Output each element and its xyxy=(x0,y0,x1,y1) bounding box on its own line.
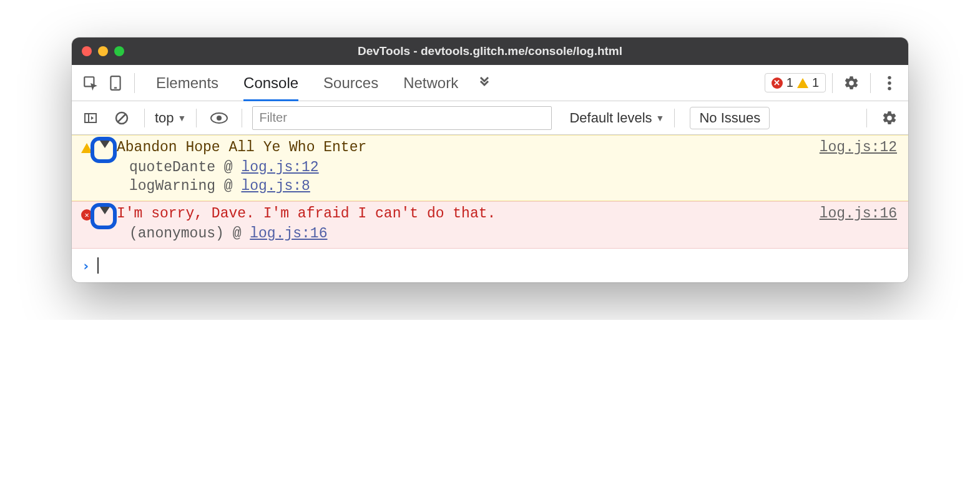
highlight-ring xyxy=(91,137,117,163)
log-levels-selector[interactable]: Default levels ▼ xyxy=(569,110,664,126)
filter-input[interactable] xyxy=(252,106,552,130)
toggle-sidebar-icon[interactable] xyxy=(78,106,103,131)
warning-badge-icon xyxy=(797,78,808,88)
stack-link[interactable]: log.js:16 xyxy=(250,226,327,242)
context-label: top xyxy=(155,110,174,126)
maximize-window-button[interactable] xyxy=(114,46,124,56)
svg-point-3 xyxy=(888,76,891,79)
expand-toggle[interactable] xyxy=(96,207,114,214)
svg-point-11 xyxy=(217,116,222,121)
error-badge-icon: ✕ xyxy=(772,77,783,89)
svg-rect-6 xyxy=(85,114,96,122)
tab-console[interactable]: Console xyxy=(243,67,298,99)
settings-icon[interactable] xyxy=(839,71,864,96)
clear-console-icon[interactable] xyxy=(109,106,134,131)
issues-label: No Issues xyxy=(699,110,760,126)
highlight-ring xyxy=(91,203,117,229)
svg-point-4 xyxy=(888,81,891,84)
stack-frame: quoteDante @ log.js:12 xyxy=(129,159,807,176)
levels-label: Default levels xyxy=(569,110,652,126)
close-window-button[interactable] xyxy=(82,46,92,56)
source-link[interactable]: log.js:12 xyxy=(820,139,897,156)
stack-link[interactable]: log.js:12 xyxy=(241,159,318,176)
source-link[interactable]: log.js:16 xyxy=(820,206,897,222)
svg-line-9 xyxy=(118,114,125,122)
stack-trace: (anonymous) @ log.js:16 xyxy=(129,226,807,242)
kebab-menu-icon[interactable] xyxy=(877,71,902,96)
main-toolbar: Elements Console Sources Network ✕ 1 1 xyxy=(72,65,908,101)
stack-fn: logWarning xyxy=(129,178,215,194)
error-warning-counts[interactable]: ✕ 1 1 xyxy=(765,73,826,92)
traffic-lights xyxy=(82,46,124,56)
context-selector[interactable]: top ▼ xyxy=(155,110,186,126)
tab-network[interactable]: Network xyxy=(403,67,458,99)
console-warning-message: Abandon Hope All Ye Who Enter quoteDante… xyxy=(72,135,908,201)
text-cursor xyxy=(97,257,99,274)
warning-text: Abandon Hope All Ye Who Enter xyxy=(117,139,807,156)
stack-frame: logWarning @ log.js:8 xyxy=(129,178,807,194)
devtools-window: DevTools - devtools.glitch.me/console/lo… xyxy=(72,37,908,282)
prompt-caret-icon: › xyxy=(82,258,90,274)
tab-sources[interactable]: Sources xyxy=(323,67,378,99)
titlebar: DevTools - devtools.glitch.me/console/lo… xyxy=(72,37,908,65)
tab-elements[interactable]: Elements xyxy=(156,67,218,99)
live-expression-icon[interactable] xyxy=(207,106,232,131)
issues-button[interactable]: No Issues xyxy=(690,107,770,129)
inspect-element-icon[interactable] xyxy=(78,71,103,96)
svg-point-5 xyxy=(888,86,891,89)
expand-toggle[interactable] xyxy=(96,141,114,148)
window-title: DevTools - devtools.glitch.me/console/lo… xyxy=(72,44,908,58)
stack-trace: quoteDante @ log.js:12 logWarning @ log.… xyxy=(129,159,807,194)
chevron-down-icon: ▼ xyxy=(656,113,665,123)
console-messages: Abandon Hope All Ye Who Enter quoteDante… xyxy=(72,135,908,282)
error-text: I'm sorry, Dave. I'm afraid I can't do t… xyxy=(117,206,807,222)
stack-link[interactable]: log.js:8 xyxy=(241,178,310,194)
console-prompt[interactable]: › xyxy=(72,249,908,282)
minimize-window-button[interactable] xyxy=(98,46,108,56)
chevron-down-icon: ▼ xyxy=(178,113,187,123)
more-tabs-icon[interactable] xyxy=(477,76,492,91)
error-count: 1 xyxy=(786,76,793,90)
device-toggle-icon[interactable] xyxy=(103,71,128,96)
console-toolbar: top ▼ Default levels ▼ No Issues xyxy=(72,101,908,135)
stack-frame: (anonymous) @ log.js:16 xyxy=(129,226,807,242)
console-settings-icon[interactable] xyxy=(877,106,902,131)
stack-fn: quoteDante xyxy=(129,159,215,176)
console-error-message: ✕ I'm sorry, Dave. I'm afraid I can't do… xyxy=(72,201,908,249)
warning-count: 1 xyxy=(812,76,819,90)
stack-fn: (anonymous) xyxy=(129,226,224,242)
panel-tabs: Elements Console Sources Network xyxy=(156,67,458,99)
